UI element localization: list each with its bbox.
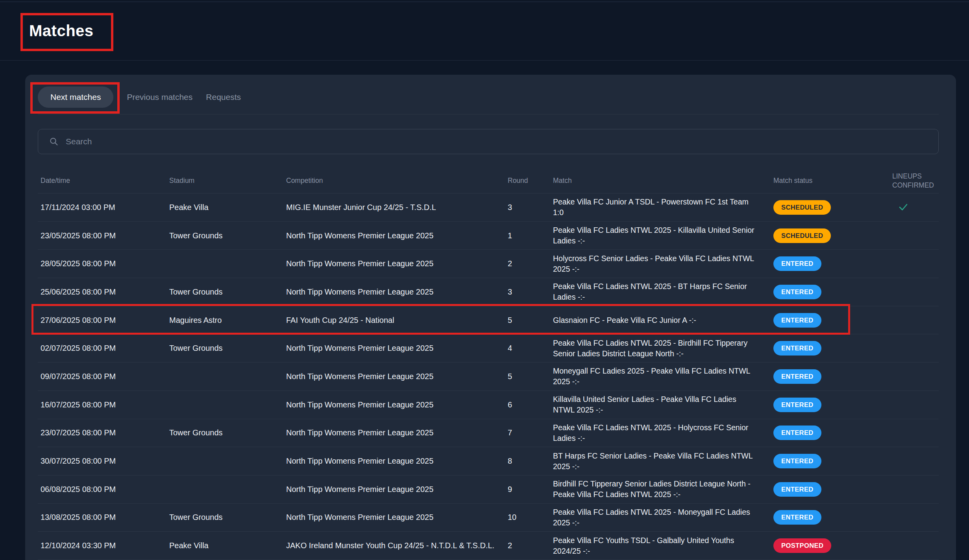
match-status-badge: SCHEDULED (773, 228, 831, 243)
cell-competition: FAI Youth Cup 24/25 - National (286, 306, 508, 334)
cell-datetime: 16/07/2025 08:00 PM (38, 391, 169, 419)
lineups-confirmed-check-icon (898, 202, 909, 213)
match-status-badge: ENTERED (773, 313, 821, 328)
table-row[interactable]: 02/07/2025 08:00 PM Tower Grounds North … (38, 334, 939, 363)
cell-round: 6 (508, 391, 553, 419)
cell-round: 8 (508, 447, 553, 475)
match-status-badge: ENTERED (773, 426, 821, 440)
table-row[interactable]: 13/08/2025 08:00 PM Tower Grounds North … (38, 504, 939, 532)
cell-match: Peake Villa FC Ladies NTWL 2025 - Holycr… (553, 419, 773, 447)
cell-competition: North Tipp Womens Premier League 2025 (286, 391, 508, 419)
cell-competition: North Tipp Womens Premier League 2025 (286, 222, 508, 250)
cell-competition: North Tipp Womens Premier League 2025 (286, 447, 508, 475)
cell-stadium: Tower Grounds (169, 419, 286, 447)
cell-match: Holycross FC Senior Ladies - Peake Villa… (553, 250, 773, 278)
tab-previous-matches[interactable]: Previous matches (127, 87, 192, 108)
cell-match: Peake Villa FC Ladies NTWL 2025 - BT Har… (553, 278, 773, 306)
cell-match: Peake Villa FC Ladies NTWL 2025 - Moneyg… (553, 504, 773, 532)
cell-match: Killavilla United Senior Ladies - Peake … (553, 391, 773, 419)
table-row[interactable]: 27/06/2025 08:00 PM Maguires Astro FAI Y… (38, 306, 939, 335)
cell-stadium: Tower Grounds (169, 504, 286, 532)
column-header-match: Match (553, 168, 773, 193)
cell-match: Moneygall FC Ladies 2025 - Peake Villa F… (553, 363, 773, 391)
table-row[interactable]: 23/07/2025 08:00 PM Tower Grounds North … (38, 419, 939, 448)
tab-next-matches[interactable]: Next matches (38, 87, 113, 108)
match-status-badge: ENTERED (773, 369, 821, 384)
table-row[interactable]: 23/05/2025 08:00 PM Tower Grounds North … (38, 222, 939, 250)
cell-stadium: Peake Villa (169, 193, 286, 221)
cell-stadium (169, 447, 286, 475)
column-header-competition: Competition (286, 168, 508, 193)
cell-competition: North Tipp Womens Premier League 2025 (286, 250, 508, 278)
cell-round: 1 (508, 222, 553, 250)
cell-round: 3 (508, 278, 553, 306)
search-box[interactable] (38, 129, 939, 154)
cell-match: Birdhill FC Tipperary Senior Ladies Dist… (553, 475, 773, 503)
cell-round: 5 (508, 363, 553, 391)
cell-datetime: 02/07/2025 08:00 PM (38, 334, 169, 362)
cell-round: 2 (508, 532, 553, 560)
cell-round: 7 (508, 419, 553, 447)
cell-datetime: 12/10/2024 03:30 PM (38, 532, 169, 560)
table-row[interactable]: 28/05/2025 08:00 PM North Tipp Womens Pr… (38, 250, 939, 278)
cell-competition: JAKO Ireland Munster Youth Cup 24/25 - N… (286, 532, 508, 560)
cell-round: 4 (508, 334, 553, 362)
column-header-lineups-confirmed: LINEUPS CONFIRMED (884, 168, 939, 193)
column-header-datetime: Date/time (38, 168, 169, 193)
cell-round: 5 (508, 306, 553, 334)
cell-datetime: 23/05/2025 08:00 PM (38, 222, 169, 250)
cell-datetime: 23/07/2025 08:00 PM (38, 419, 169, 447)
match-status-badge: ENTERED (773, 482, 821, 497)
cell-match: BT Harps FC Senior Ladies - Peake Villa … (553, 447, 773, 475)
table-row[interactable]: 09/07/2025 08:00 PM North Tipp Womens Pr… (38, 363, 939, 391)
table-row[interactable]: 12/10/2024 03:30 PM Peake Villa JAKO Ire… (38, 532, 939, 560)
match-status-badge: ENTERED (773, 341, 821, 356)
cell-match: Peake Villa FC Youths TSDL - Galbally Un… (553, 532, 773, 560)
cell-competition: North Tipp Womens Premier League 2025 (286, 363, 508, 391)
matches-table: Date/time Stadium Competition Round Matc… (38, 168, 939, 560)
cell-datetime: 30/07/2025 08:00 PM (38, 447, 169, 475)
cell-datetime: 27/06/2025 08:00 PM (38, 306, 169, 334)
table-row[interactable]: 06/08/2025 08:00 PM North Tipp Womens Pr… (38, 475, 939, 504)
page-header: Matches (0, 0, 969, 61)
cell-round: 10 (508, 504, 553, 532)
cell-datetime: 09/07/2025 08:00 PM (38, 363, 169, 391)
cell-competition: North Tipp Womens Premier League 2025 (286, 334, 508, 362)
cell-competition: MIG.IE Munster Junior Cup 24/25 - T.S.D.… (286, 193, 508, 221)
match-status-badge: POSTPONED (773, 538, 831, 553)
column-header-round: Round (508, 168, 553, 193)
cell-match: Glasnaion FC - Peake Villa FC Junior A -… (553, 306, 773, 334)
cell-competition: North Tipp Womens Premier League 2025 (286, 419, 508, 447)
match-status-badge: ENTERED (773, 285, 821, 299)
cell-stadium (169, 391, 286, 419)
table-row[interactable]: 16/07/2025 08:00 PM North Tipp Womens Pr… (38, 391, 939, 419)
search-icon (49, 137, 59, 146)
match-status-badge: SCHEDULED (773, 200, 831, 215)
table-row[interactable]: 25/06/2025 08:00 PM Tower Grounds North … (38, 278, 939, 306)
search-input[interactable] (65, 136, 867, 147)
tab-requests[interactable]: Requests (206, 87, 241, 108)
match-status-badge: ENTERED (773, 454, 821, 468)
page-title: Matches (29, 22, 94, 40)
cell-competition: North Tipp Womens Premier League 2025 (286, 278, 508, 306)
cell-stadium: Tower Grounds (169, 278, 286, 306)
match-status-badge: ENTERED (773, 510, 821, 525)
cell-datetime: 13/08/2025 08:00 PM (38, 504, 169, 532)
cell-datetime: 17/11/2024 03:00 PM (38, 193, 169, 221)
cell-datetime: 28/05/2025 08:00 PM (38, 250, 169, 278)
match-status-badge: ENTERED (773, 398, 821, 412)
tabs-divider (38, 114, 939, 114)
match-status-badge: ENTERED (773, 256, 821, 271)
cell-datetime: 06/08/2025 08:00 PM (38, 475, 169, 503)
tab-bar: Next matches Previous matches Requests (38, 87, 939, 108)
cell-match: Peake Villa FC Ladies NTWL 2025 - Birdhi… (553, 334, 773, 362)
matches-panel: Next matches Previous matches Requests D… (25, 75, 956, 560)
table-row[interactable]: 30/07/2025 08:00 PM North Tipp Womens Pr… (38, 447, 939, 475)
cell-datetime: 25/06/2025 08:00 PM (38, 278, 169, 306)
cell-round: 2 (508, 250, 553, 278)
column-header-stadium: Stadium (169, 168, 286, 193)
table-row[interactable]: 17/11/2024 03:00 PM Peake Villa MIG.IE M… (38, 193, 939, 222)
cell-match: Peake Villa FC Junior A TSDL - Powerstow… (553, 193, 773, 221)
cell-competition: North Tipp Womens Premier League 2025 (286, 504, 508, 532)
table-header-row: Date/time Stadium Competition Round Matc… (38, 168, 939, 193)
